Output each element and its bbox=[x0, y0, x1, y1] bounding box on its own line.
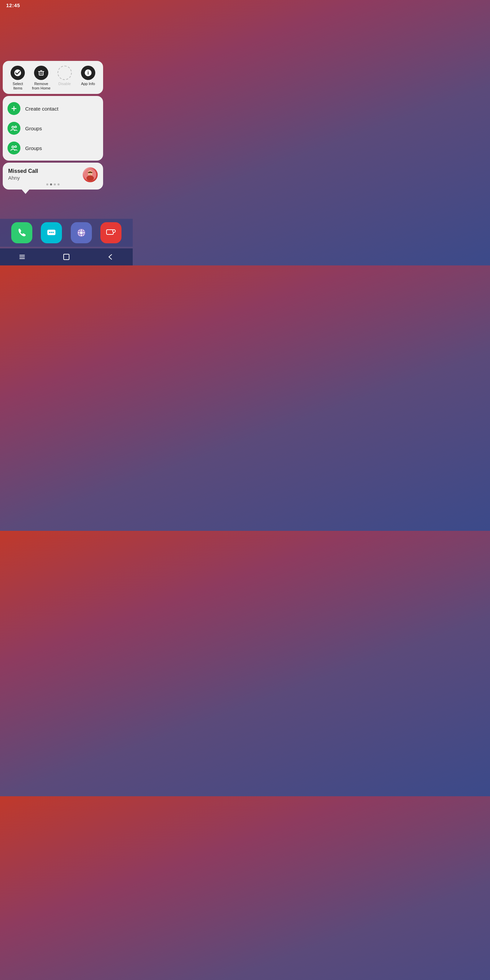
disable-button[interactable]: Disable bbox=[54, 66, 75, 86]
create-contact-icon bbox=[8, 102, 21, 115]
disable-icon bbox=[57, 66, 72, 80]
widget-dot-3 bbox=[54, 183, 56, 185]
contact-avatar bbox=[83, 167, 98, 182]
svg-point-21 bbox=[51, 232, 52, 233]
widget-dot-2 bbox=[50, 183, 52, 185]
svg-point-20 bbox=[49, 232, 50, 233]
remove-from-home-label: Removefrom Home bbox=[32, 82, 50, 91]
context-menu-arrow bbox=[21, 189, 30, 194]
groups-label-2: Groups bbox=[25, 145, 42, 151]
info-icon: i bbox=[81, 66, 95, 80]
svg-point-30 bbox=[113, 230, 115, 232]
messages-app-icon[interactable] bbox=[41, 222, 62, 243]
widget-dot-1 bbox=[46, 183, 48, 185]
browser-app-icon[interactable] bbox=[71, 222, 92, 243]
app-info-button[interactable]: i App Info bbox=[78, 66, 98, 86]
back-button[interactable] bbox=[104, 250, 118, 264]
actions-card: SelectItems Removefrom Home Disable bbox=[3, 61, 103, 94]
select-items-label: SelectItems bbox=[13, 82, 23, 91]
groups-shortcut-2[interactable]: Groups bbox=[8, 138, 98, 158]
groups-icon-1 bbox=[8, 122, 21, 135]
screen-recorder-app-icon[interactable] bbox=[100, 222, 121, 243]
navigation-bar bbox=[0, 248, 133, 266]
create-contact-shortcut[interactable]: Create contact bbox=[8, 99, 98, 118]
svg-point-22 bbox=[52, 232, 54, 233]
svg-rect-1 bbox=[39, 72, 43, 75]
remove-from-home-button[interactable]: Removefrom Home bbox=[31, 66, 51, 91]
avatar-image bbox=[83, 167, 98, 182]
widget-dot-4 bbox=[57, 183, 60, 185]
disable-label: Disable bbox=[59, 82, 71, 86]
groups-icon-2 bbox=[8, 142, 21, 154]
recent-apps-button[interactable] bbox=[15, 250, 29, 264]
create-contact-label: Create contact bbox=[25, 106, 59, 111]
status-bar: 12:45 bbox=[0, 0, 133, 10]
svg-point-11 bbox=[15, 126, 17, 128]
context-menu-area: SelectItems Removefrom Home Disable bbox=[3, 61, 103, 194]
groups-shortcut-1[interactable]: Groups bbox=[8, 118, 98, 138]
app-info-label: App Info bbox=[81, 82, 95, 86]
svg-point-10 bbox=[12, 126, 14, 128]
svg-rect-34 bbox=[64, 254, 69, 259]
svg-point-18 bbox=[91, 172, 92, 173]
svg-rect-28 bbox=[107, 230, 113, 234]
groups-label-1: Groups bbox=[25, 126, 42, 131]
select-items-button[interactable]: SelectItems bbox=[8, 66, 28, 91]
widget-page-dots bbox=[8, 183, 98, 185]
svg-point-12 bbox=[12, 146, 14, 148]
select-items-icon bbox=[11, 66, 25, 80]
shortcuts-card: Create contact Groups bbox=[3, 96, 103, 161]
phone-app-icon[interactable] bbox=[11, 222, 32, 243]
status-time: 12:45 bbox=[6, 2, 20, 8]
app-dock bbox=[0, 219, 133, 247]
svg-point-13 bbox=[15, 146, 17, 148]
trash-icon bbox=[34, 66, 48, 80]
svg-text:i: i bbox=[88, 70, 89, 76]
svg-point-16 bbox=[86, 175, 94, 181]
svg-point-17 bbox=[89, 172, 90, 173]
missed-call-widget[interactable]: Missed Call Ahny bbox=[3, 163, 103, 189]
home-button[interactable] bbox=[60, 250, 73, 264]
